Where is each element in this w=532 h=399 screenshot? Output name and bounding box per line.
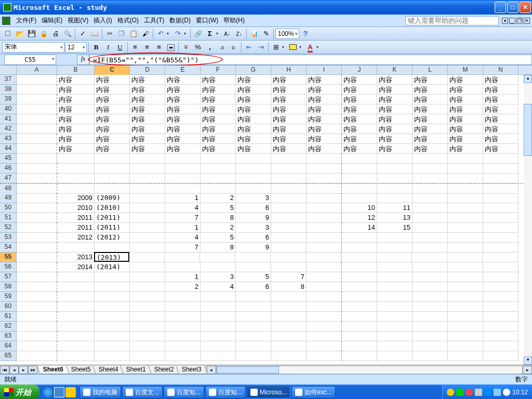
cell[interactable] (57, 351, 95, 361)
cell[interactable]: 6 (236, 203, 271, 213)
comma-button[interactable] (204, 42, 216, 53)
save-button[interactable] (26, 28, 37, 39)
cell[interactable]: 内容 (95, 134, 130, 144)
cell[interactable]: 7 (271, 272, 307, 282)
cell[interactable] (413, 331, 448, 341)
tray-icon-1[interactable] (447, 389, 454, 396)
cell[interactable] (307, 243, 342, 252)
cell[interactable]: 内容 (342, 104, 377, 114)
cell[interactable]: 内容 (448, 134, 483, 144)
font-color-dropdown[interactable] (316, 45, 321, 49)
cell[interactable]: 内容 (342, 95, 377, 104)
cell[interactable] (307, 282, 342, 292)
cell[interactable] (307, 302, 342, 312)
taskbar-button[interactable]: 如何exc... (291, 386, 336, 398)
cell[interactable]: 内容 (57, 95, 95, 104)
cell[interactable] (271, 331, 307, 341)
cell[interactable] (17, 144, 57, 154)
cell[interactable] (57, 292, 95, 302)
cell[interactable] (307, 292, 342, 302)
cell[interactable] (271, 184, 307, 194)
cell[interactable] (236, 292, 271, 302)
cell[interactable] (307, 341, 342, 351)
column-header[interactable]: L (413, 65, 448, 75)
cell[interactable]: 内容 (377, 134, 413, 144)
cell[interactable] (377, 331, 413, 341)
cell[interactable] (57, 341, 95, 351)
cell[interactable] (342, 302, 377, 312)
close-button[interactable]: ✕ (520, 2, 531, 13)
cell[interactable] (307, 272, 342, 282)
cell[interactable] (17, 292, 57, 302)
tray-icon-7[interactable] (503, 389, 510, 396)
sheet-tab[interactable]: Sheet4 (93, 366, 125, 374)
cell[interactable] (483, 292, 518, 302)
cell[interactable] (130, 154, 165, 164)
row-header[interactable]: 46 (0, 164, 17, 174)
new-button[interactable] (2, 28, 14, 39)
cell[interactable] (201, 292, 236, 302)
cell[interactable]: 14 (342, 223, 377, 233)
column-header[interactable]: C (95, 65, 130, 75)
row-header[interactable]: 59 (0, 292, 17, 302)
sheet-tab[interactable]: Sheet3 (176, 366, 207, 374)
cell[interactable]: 内容 (201, 134, 236, 144)
cell[interactable]: 内容 (483, 95, 518, 104)
menu-item[interactable]: 格式(O) (115, 15, 141, 26)
horizontal-scrollbar[interactable]: ◂ ▸ (207, 366, 532, 374)
hscroll-thumb[interactable] (217, 366, 279, 374)
cell[interactable] (413, 322, 448, 331)
cell[interactable]: 内容 (377, 95, 413, 104)
redo-button[interactable] (172, 28, 183, 39)
row-header[interactable]: 52 (0, 223, 17, 233)
cell[interactable] (17, 302, 57, 312)
cell[interactable] (342, 272, 377, 282)
row-header[interactable]: 51 (0, 213, 17, 223)
cell[interactable] (17, 331, 57, 341)
cell[interactable] (483, 233, 518, 243)
cell[interactable] (165, 252, 200, 262)
ie-icon[interactable] (43, 387, 53, 397)
cell[interactable] (413, 193, 448, 203)
cell[interactable] (130, 243, 165, 252)
cell[interactable]: 内容 (130, 124, 165, 134)
cell[interactable] (342, 331, 377, 341)
cell[interactable] (413, 312, 448, 322)
cell[interactable] (236, 341, 271, 351)
cell[interactable] (130, 193, 165, 203)
cell[interactable] (307, 331, 342, 341)
borders-dropdown[interactable] (282, 45, 287, 49)
cell[interactable]: 7 (165, 243, 201, 252)
decrease-indent-button[interactable] (243, 42, 255, 53)
cell[interactable] (377, 184, 413, 194)
cell[interactable]: 内容 (413, 85, 448, 95)
menu-item[interactable]: 编辑(E) (39, 15, 65, 26)
row-header[interactable]: 65 (0, 351, 17, 361)
cell[interactable] (271, 322, 307, 331)
cell[interactable]: 2 (165, 282, 201, 292)
cell[interactable] (130, 292, 165, 302)
cell[interactable]: 内容 (377, 144, 413, 154)
row-header[interactable]: 64 (0, 341, 17, 351)
cell[interactable]: 8 (271, 282, 307, 292)
cell[interactable] (57, 331, 95, 341)
cell[interactable]: 内容 (377, 124, 413, 134)
cell[interactable] (236, 351, 271, 361)
cell[interactable] (130, 322, 165, 331)
cell[interactable]: 3 (201, 272, 236, 282)
cell[interactable] (130, 164, 165, 174)
cell[interactable]: 内容 (57, 134, 95, 144)
cell[interactable] (448, 243, 483, 252)
cell[interactable] (17, 193, 57, 203)
cell[interactable] (448, 272, 483, 282)
cell[interactable] (448, 292, 483, 302)
cell[interactable] (165, 322, 201, 331)
cell[interactable] (271, 292, 307, 302)
cell[interactable]: 内容 (236, 85, 271, 95)
cell[interactable]: 8 (201, 213, 236, 223)
row-header[interactable]: 63 (0, 331, 17, 341)
cell[interactable] (271, 302, 307, 312)
cell[interactable] (17, 95, 57, 104)
cell[interactable]: (2013) (94, 252, 129, 262)
cell[interactable] (448, 351, 483, 361)
